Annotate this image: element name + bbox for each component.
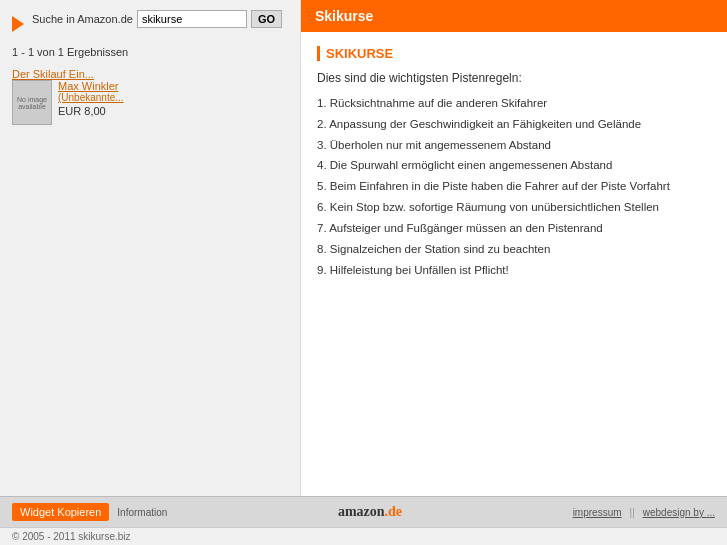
rule-item: 4. Die Spurwahl ermöglicht einen angemes… xyxy=(317,157,711,175)
product-row: No image available Max Winkler (Unbekann… xyxy=(12,80,288,125)
product-link[interactable]: Der Skilauf Ein... xyxy=(12,68,288,80)
orange-arrow-icon xyxy=(12,16,24,32)
intro-text: Dies sind die wichtigsten Pistenregeln: xyxy=(317,71,711,85)
page-wrapper: Suche in Amazon.de GO 1 - 1 von 1 Ergebn… xyxy=(0,0,727,545)
no-image-line1: No image xyxy=(17,96,47,103)
rule-item: 2. Anpassung der Geschwindigkeit an Fähi… xyxy=(317,116,711,134)
amazon-logo-accent: .de xyxy=(385,504,403,519)
copyright-bar: © 2005 - 2011 skikurse.biz xyxy=(0,527,727,545)
right-panel: Skikurse SKIKURSE Dies sind die wichtigs… xyxy=(300,0,727,496)
rule-item: 8. Signalzeichen der Station sind zu bea… xyxy=(317,241,711,259)
webdesign-link[interactable]: webdesign by ... xyxy=(643,507,715,518)
product-subtitle[interactable]: (Unbekannte... xyxy=(58,92,124,103)
rules-list: 1. Rücksichtnahme auf die anderen Skifah… xyxy=(317,95,711,279)
right-header: Skikurse xyxy=(301,0,727,32)
amazon-logo: amazon.de xyxy=(338,504,402,520)
footer-bar: Widget Kopieren Information amazon.de im… xyxy=(0,496,727,527)
rule-item: 1. Rücksichtnahme auf die anderen Skifah… xyxy=(317,95,711,113)
copyright-text: © 2005 - 2011 skikurse.biz xyxy=(12,531,131,542)
search-input[interactable] xyxy=(137,10,247,28)
footer-left: Widget Kopieren Information xyxy=(12,503,167,521)
rule-item: 6. Kein Stop bzw. sofortige Räumung von … xyxy=(317,199,711,217)
arrow-container xyxy=(12,12,32,36)
rule-item: 9. Hilfeleistung bei Unfällen ist Pflich… xyxy=(317,262,711,280)
impressum-link[interactable]: impressum xyxy=(573,507,622,518)
right-body: SKIKURSE Dies sind die wichtigsten Piste… xyxy=(301,32,727,296)
product-info: Max Winkler (Unbekannte... EUR 8,00 xyxy=(58,80,124,117)
rule-item: 5. Beim Einfahren in die Piste haben die… xyxy=(317,178,711,196)
widget-copy-button[interactable]: Widget Kopieren xyxy=(12,503,109,521)
rule-item: 3. Überholen nur mit angemessenem Abstan… xyxy=(317,137,711,155)
footer-separator: || xyxy=(630,507,635,518)
search-go-button[interactable]: GO xyxy=(251,10,282,28)
no-image-line2: available xyxy=(18,103,46,110)
main-content: Suche in Amazon.de GO 1 - 1 von 1 Ergebn… xyxy=(0,0,727,496)
search-bar: Suche in Amazon.de GO xyxy=(32,10,282,28)
footer-right: impressum || webdesign by ... xyxy=(573,507,715,518)
product-image-placeholder: No image available xyxy=(12,80,52,125)
left-panel: Suche in Amazon.de GO 1 - 1 von 1 Ergebn… xyxy=(0,0,300,496)
footer-info-label: Information xyxy=(117,507,167,518)
rule-item: 7. Aufsteiger und Fußgänger müssen an de… xyxy=(317,220,711,238)
product-price: EUR 8,00 xyxy=(58,105,124,117)
search-label: Suche in Amazon.de xyxy=(32,13,133,25)
search-area: Suche in Amazon.de GO xyxy=(12,10,288,38)
section-title: SKIKURSE xyxy=(317,46,711,61)
results-count: 1 - 1 von 1 Ergebnissen xyxy=(12,46,288,58)
product-name[interactable]: Max Winkler xyxy=(58,80,124,92)
